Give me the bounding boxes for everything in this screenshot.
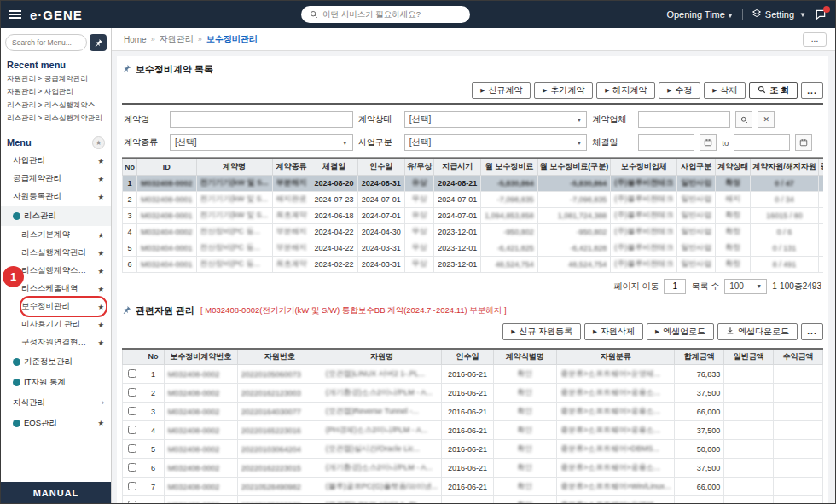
- favorite-star-icon[interactable]: ★: [97, 267, 104, 275]
- breadcrumb-item[interactable]: 자원관리: [160, 33, 194, 45]
- column-header[interactable]: 종자원수: [818, 159, 823, 175]
- row-checkbox[interactable]: [128, 463, 136, 472]
- table-row[interactable]: 2M032408-000220220162123003(개기환경)소스2미니/P…: [123, 384, 823, 403]
- action-button[interactable]: ▶삭제: [704, 82, 746, 99]
- action-button[interactable]: ▶추가계약: [534, 82, 593, 99]
- column-header[interactable]: 계약상태: [716, 159, 751, 175]
- favorite-star-icon[interactable]: ★: [97, 157, 104, 165]
- action-button[interactable]: ▶수정: [659, 82, 700, 99]
- table-row[interactable]: 8M032408-000220220105069938(모건캡)LINUX 서버…: [123, 496, 823, 504]
- table-row[interactable]: 3M032408-0001전기기기(kW 및 S...최초계약2024-06-1…: [123, 207, 824, 223]
- sidebar-item[interactable]: 리스기본계약★: [1, 226, 111, 244]
- vendor-clear-button[interactable]: ✕: [758, 111, 775, 128]
- table-row[interactable]: 1M032408-0002전기기기(kW 및 S...부분해지2024-08-2…: [123, 175, 824, 191]
- column-header[interactable]: ID: [137, 159, 197, 175]
- column-header[interactable]: 수익금액: [774, 349, 823, 365]
- hamburger-menu-icon[interactable]: [9, 10, 21, 19]
- vendor-input[interactable]: [638, 111, 730, 128]
- column-header[interactable]: 인수일: [357, 159, 404, 175]
- column-header[interactable]: No: [123, 159, 137, 175]
- sidebar-item[interactable]: IT자원 통계: [1, 372, 111, 392]
- calendar-icon[interactable]: [700, 134, 717, 151]
- setting-menu[interactable]: Setting▼: [752, 9, 806, 20]
- row-checkbox[interactable]: [128, 426, 136, 434]
- column-header[interactable]: 자원명: [322, 349, 442, 365]
- recent-menu-item[interactable]: 자원관리 > 공급계약관리: [7, 72, 105, 85]
- column-header[interactable]: 합계금액: [675, 349, 724, 365]
- table-row[interactable]: 5M032408-000220220103064204(모건캡)실시간/Orac…: [123, 440, 823, 459]
- recent-menu-item[interactable]: 리스관리 > 리스실행계약관리: [7, 112, 105, 125]
- contract-type-select[interactable]: [선택] ▼: [170, 134, 353, 151]
- sign-date-from-input[interactable]: [638, 134, 694, 151]
- action-button[interactable]: ▶신규 자원등록: [502, 323, 581, 340]
- more-actions-button[interactable]: ...: [801, 323, 823, 340]
- column-header[interactable]: 계약자원/해지자원: [751, 159, 819, 175]
- sidebar-item[interactable]: 보수정비관리★1: [1, 298, 111, 316]
- favorite-star-icon[interactable]: ★: [97, 339, 104, 347]
- sign-date-to-input[interactable]: [734, 134, 790, 151]
- column-header[interactable]: No: [142, 349, 165, 365]
- sidebar-item[interactable]: 자원등록관리★: [1, 188, 111, 206]
- sidebar-item[interactable]: 미사용기기 관리★: [1, 316, 111, 333]
- column-header[interactable]: 계약종류: [272, 159, 311, 175]
- favorite-star-icon[interactable]: ★: [97, 249, 104, 258]
- column-header[interactable]: 보수정비계약번호: [164, 349, 237, 365]
- breadcrumb-more-button[interactable]: ...: [803, 32, 827, 47]
- column-header[interactable]: 계약명: [196, 159, 272, 175]
- column-header[interactable]: 월 보수정비료(구분): [537, 159, 611, 175]
- favorite-star-icon[interactable]: ★: [97, 321, 104, 329]
- sidebar-item[interactable]: 리스실행계약관리★: [1, 244, 111, 262]
- global-search-bar[interactable]: 어떤 서비스가 필요하세요?: [301, 6, 470, 23]
- table-row[interactable]: 2M032408-0001전기기기(kW 및 S...해지완료2024-07-2…: [123, 191, 824, 207]
- column-header[interactable]: 보수정비업체: [611, 159, 677, 175]
- calendar-icon[interactable]: [795, 134, 812, 151]
- recent-menu-item[interactable]: 리스관리 > 리스실행계약스케줄관리: [7, 99, 105, 112]
- row-checkbox[interactable]: [128, 369, 136, 378]
- action-button[interactable]: ▶엑셀업로드: [647, 323, 714, 340]
- table-row[interactable]: 4M032404-0002전산장비(PC 등...부분해지2024-04-222…: [123, 223, 824, 240]
- manual-button[interactable]: MANUAL: [1, 482, 111, 503]
- table-row[interactable]: 5M032404-0001전산장비(PC 등...부분해지2024-04-222…: [123, 240, 824, 256]
- column-header[interactable]: 인수일: [442, 349, 494, 365]
- row-checkbox[interactable]: [128, 388, 136, 397]
- action-button[interactable]: ▶신규계약: [472, 82, 531, 99]
- page-size-select[interactable]: 100 ▼: [724, 279, 767, 294]
- table-row[interactable]: 1M032408-000220220105060073(모건캡)LINUX 서버…: [123, 365, 823, 384]
- table-row[interactable]: 6M032408-000220220162223015(개기환경)소스2미니/P…: [123, 459, 823, 478]
- business-type-select[interactable]: [선택] ▼: [404, 134, 588, 151]
- table-row[interactable]: 7M032408-000220210528490982(블루)골프PC(G)플랫…: [123, 478, 823, 496]
- row-checkbox[interactable]: [128, 444, 136, 453]
- sidebar-item[interactable]: EOS관리★: [1, 413, 111, 433]
- sidebar-item[interactable]: 구성자원연결현황조회★: [1, 333, 111, 351]
- table-row[interactable]: 4M032408-000220220165223016(PH경제)소스2미니/P…: [123, 421, 823, 440]
- row-checkbox[interactable]: [128, 501, 136, 504]
- column-header[interactable]: 자원번호: [237, 349, 322, 365]
- vendor-search-button[interactable]: [735, 111, 752, 128]
- column-header[interactable]: 체결일: [311, 159, 357, 175]
- notification-icon[interactable]: [815, 9, 827, 20]
- column-header[interactable]: 계약식별명: [493, 349, 556, 365]
- sidebar-item[interactable]: 공급계약관리★: [1, 170, 111, 188]
- action-button[interactable]: ▶해지계약: [596, 82, 655, 99]
- favorite-star-icon[interactable]: ★: [97, 231, 104, 240]
- table-row[interactable]: 3M032408-000220220164030077(모건캡)Reverse …: [123, 403, 823, 421]
- sidebar-item[interactable]: 사업관리★: [1, 152, 111, 170]
- search-button[interactable]: 조 회: [749, 82, 798, 99]
- menu-search-input[interactable]: [5, 34, 87, 51]
- column-header[interactable]: 유/무상: [404, 159, 434, 175]
- column-header[interactable]: 일반금액: [724, 349, 774, 365]
- more-actions-button[interactable]: ...: [801, 82, 823, 99]
- contract-name-input[interactable]: [170, 111, 353, 128]
- sidebar-item[interactable]: 기준정보관리: [1, 351, 111, 372]
- breadcrumb-home[interactable]: Home: [124, 35, 147, 44]
- favorites-filter-icon[interactable]: ★: [92, 136, 105, 149]
- sidebar-item[interactable]: 리스관리: [1, 206, 111, 226]
- column-header[interactable]: 사업구분: [677, 159, 716, 175]
- favorite-star-icon[interactable]: ★: [97, 193, 104, 201]
- column-header[interactable]: [123, 349, 142, 365]
- table-row[interactable]: 6M032404-0001전산장비(PC 등...최초계약2024-02-222…: [123, 256, 824, 272]
- pin-sidebar-button[interactable]: [90, 34, 107, 51]
- column-header[interactable]: 자원분류: [556, 349, 675, 365]
- favorite-star-icon[interactable]: ★: [97, 285, 104, 293]
- row-checkbox[interactable]: [128, 482, 136, 490]
